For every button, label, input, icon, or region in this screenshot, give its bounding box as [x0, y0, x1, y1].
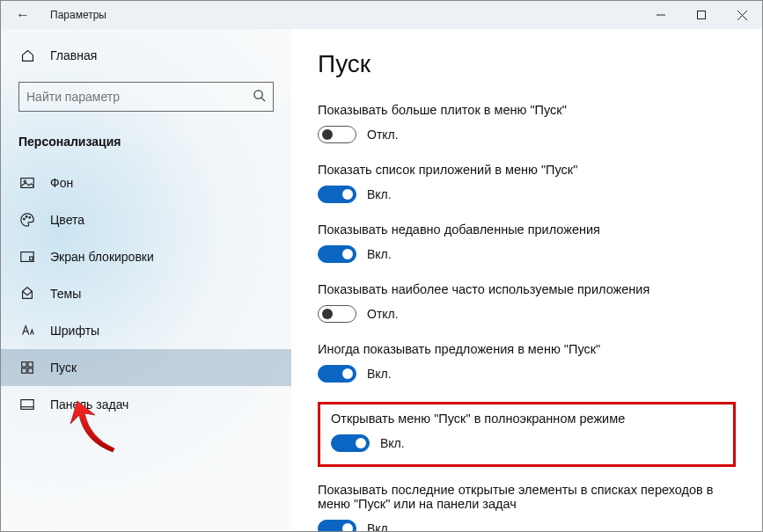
toggle-switch[interactable] [318, 126, 356, 143]
svg-point-7 [24, 180, 26, 182]
toggle-state-label: Откл. [367, 307, 399, 321]
toggle-state-label: Вкл. [380, 436, 405, 450]
window-title: Параметры [45, 9, 106, 21]
sidebar-item-label: Цвета [50, 213, 84, 227]
toggle-switch[interactable] [318, 520, 356, 531]
setting-row: Показать список приложений в меню "Пуск"… [318, 163, 736, 203]
setting-label: Показывать недавно добавленные приложени… [318, 222, 736, 237]
svg-rect-12 [30, 257, 33, 260]
setting-row: Иногда показывать предложения в меню "Пу… [318, 342, 736, 383]
home-icon [18, 48, 36, 63]
sidebar-item-start[interactable]: Пуск [1, 349, 291, 386]
toggle-switch[interactable] [331, 434, 370, 452]
search-input-container[interactable] [18, 82, 274, 112]
svg-point-10 [29, 216, 31, 218]
sidebar-item-label: Фон [50, 176, 73, 190]
sidebar-item-label: Темы [50, 287, 81, 301]
back-button[interactable]: ← [1, 1, 45, 29]
toggle-switch[interactable] [318, 305, 356, 323]
svg-point-8 [24, 218, 26, 220]
setting-label: Иногда показывать предложения в меню "Пу… [318, 342, 736, 356]
sidebar-item-label: Шрифты [50, 324, 99, 338]
content-area: Пуск Показывать больше плиток в меню "Пу… [291, 29, 762, 531]
nav-home-label: Главная [50, 48, 97, 62]
themes-icon [18, 286, 36, 302]
search-icon [253, 89, 266, 105]
svg-rect-1 [698, 11, 706, 19]
nav-home[interactable]: Главная [1, 38, 291, 73]
setting-row: Открывать меню "Пуск" в полноэкранном ре… [318, 402, 736, 467]
setting-row: Показывать больше плиток в меню "Пуск"От… [318, 103, 736, 143]
setting-row: Показывать наиболее часто используемые п… [318, 282, 736, 323]
setting-label: Показывать последние открытые элементы в… [318, 483, 736, 511]
sidebar-item-label: Пуск [50, 361, 77, 375]
setting-label: Открывать меню "Пуск" в полноэкранном ре… [331, 412, 723, 426]
page-title: Пуск [318, 50, 736, 78]
sidebar-item-background[interactable]: Фон [1, 164, 291, 201]
svg-rect-16 [28, 368, 33, 373]
sidebar-item-label: Панель задач [50, 397, 128, 412]
setting-label: Показывать наиболее часто используемые п… [318, 282, 736, 296]
start-icon [18, 360, 36, 375]
palette-icon [18, 212, 36, 228]
svg-line-5 [261, 98, 265, 101]
svg-point-4 [254, 91, 262, 98]
sidebar-item-lockscreen[interactable]: Экран блокировки [1, 238, 291, 275]
maximize-button[interactable] [681, 1, 722, 29]
toggle-switch[interactable] [318, 365, 356, 383]
sidebar-item-taskbar[interactable]: Панель задач [1, 386, 291, 423]
setting-label: Показать список приложений в меню "Пуск" [318, 163, 736, 177]
svg-rect-6 [21, 179, 33, 188]
title-bar: ← Параметры [1, 1, 762, 29]
svg-rect-13 [22, 362, 26, 367]
toggle-state-label: Откл. [367, 128, 399, 142]
setting-label: Показывать больше плиток в меню "Пуск" [318, 103, 736, 117]
sidebar-item-colors[interactable]: Цвета [1, 201, 291, 238]
svg-rect-17 [21, 400, 33, 410]
sidebar: Главная Персонализация Фон Цвета [1, 29, 291, 531]
sidebar-item-fonts[interactable]: Шрифты [1, 312, 291, 349]
minimize-button[interactable] [641, 1, 681, 29]
svg-point-9 [26, 216, 27, 218]
setting-row: Показывать недавно добавленные приложени… [318, 222, 736, 263]
toggle-state-label: Вкл. [367, 247, 392, 261]
taskbar-icon [18, 397, 36, 412]
toggle-switch[interactable] [318, 245, 356, 263]
toggle-state-label: Вкл. [367, 367, 392, 381]
picture-icon [18, 175, 36, 191]
section-title: Персонализация [1, 128, 291, 164]
toggle-state-label: Вкл. [367, 521, 392, 531]
search-input[interactable] [26, 90, 253, 104]
setting-row: Показывать последние открытые элементы в… [318, 483, 736, 531]
lockscreen-icon [18, 249, 36, 265]
svg-rect-15 [22, 368, 26, 373]
toggle-switch[interactable] [318, 186, 356, 203]
sidebar-item-label: Экран блокировки [50, 250, 154, 264]
close-button[interactable] [722, 1, 762, 29]
svg-rect-14 [28, 362, 33, 367]
font-icon [18, 323, 36, 339]
sidebar-item-themes[interactable]: Темы [1, 275, 291, 312]
toggle-state-label: Вкл. [367, 187, 392, 201]
